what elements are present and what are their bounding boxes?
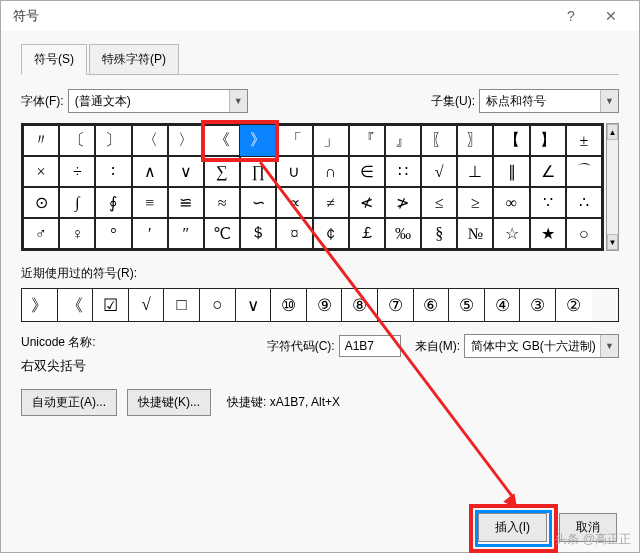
symbol-cell[interactable]: ℃ (204, 218, 240, 249)
insert-button[interactable]: 插入(I) (478, 513, 547, 542)
symbol-cell[interactable]: ∝ (276, 187, 312, 218)
symbol-cell[interactable]: ≈ (204, 187, 240, 218)
symbol-cell[interactable]: 〈 (132, 125, 168, 156)
symbol-cell[interactable]: 】 (530, 125, 566, 156)
symbol-cell[interactable]: ± (566, 125, 602, 156)
symbol-cell[interactable]: ☆ (493, 218, 529, 249)
symbol-cell[interactable]: ○ (566, 218, 602, 249)
symbol-cell[interactable]: ¤ (276, 218, 312, 249)
symbol-cell[interactable]: ♀ (59, 218, 95, 249)
symbol-cell[interactable]: 〃 (23, 125, 59, 156)
symbol-cell[interactable]: 《 (204, 125, 240, 156)
symbol-cell[interactable]: 〔 (59, 125, 95, 156)
symbol-cell[interactable]: ′ (132, 218, 168, 249)
recent-cell[interactable]: ⑨ (307, 289, 343, 321)
recent-cell[interactable]: ⑦ (378, 289, 414, 321)
symbol-cell[interactable]: ＄ (240, 218, 276, 249)
from-combo[interactable]: 简体中文 GB(十六进制) ▼ (464, 334, 619, 358)
symbol-cell[interactable]: ∠ (530, 156, 566, 187)
symbol-cell[interactable]: ∏ (240, 156, 276, 187)
symbol-cell[interactable]: 〉 (168, 125, 204, 156)
symbol-cell[interactable]: ≌ (168, 187, 204, 218)
shortcutkey-button[interactable]: 快捷键(K)... (127, 389, 211, 416)
symbol-cell[interactable]: 』 (385, 125, 421, 156)
tab-symbol[interactable]: 符号(S) (21, 44, 87, 75)
symbol-cell[interactable]: ∶ (95, 156, 131, 187)
tab-special[interactable]: 特殊字符(P) (89, 44, 179, 75)
autocorrect-button[interactable]: 自动更正(A)... (21, 389, 117, 416)
symbol-cell[interactable]: ≤ (421, 187, 457, 218)
recent-cell[interactable]: √ (129, 289, 165, 321)
recent-cell[interactable]: ○ (200, 289, 236, 321)
subset-combo[interactable]: 标点和符号 ▼ (479, 89, 619, 113)
chevron-down-icon[interactable]: ▼ (600, 335, 618, 357)
scroll-down-icon[interactable]: ▼ (607, 234, 618, 250)
recent-cell[interactable]: ⑥ (414, 289, 450, 321)
recent-cell[interactable]: ③ (520, 289, 556, 321)
recent-cell[interactable]: ☑ (93, 289, 129, 321)
symbol-cell[interactable]: ∥ (493, 156, 529, 187)
symbol-cell[interactable]: 「 (276, 125, 312, 156)
symbol-cell[interactable]: ∞ (493, 187, 529, 218)
symbol-cell[interactable]: 〖 (421, 125, 457, 156)
symbol-cell[interactable]: ⊥ (457, 156, 493, 187)
font-combo[interactable]: (普通文本) ▼ (68, 89, 248, 113)
grid-scrollbar[interactable]: ▲ ▼ (606, 123, 619, 251)
recent-cell[interactable]: ⑩ (271, 289, 307, 321)
symbol-cell[interactable]: 〕 (95, 125, 131, 156)
symbol-cell[interactable]: § (421, 218, 457, 249)
scroll-track[interactable] (607, 140, 618, 234)
symbol-cell[interactable]: ∮ (95, 187, 131, 218)
symbol-cell[interactable]: ″ (168, 218, 204, 249)
symbol-cell[interactable]: √ (421, 156, 457, 187)
symbol-cell[interactable]: ∈ (349, 156, 385, 187)
symbol-cell[interactable]: ∪ (276, 156, 312, 187)
symbol-cell[interactable]: ∩ (313, 156, 349, 187)
symbol-cell[interactable]: 『 (349, 125, 385, 156)
from-value: 简体中文 GB(十六进制) (465, 338, 600, 355)
recent-cell[interactable]: 《 (58, 289, 94, 321)
symbol-cell[interactable]: ⊙ (23, 187, 59, 218)
symbol-cell[interactable]: № (457, 218, 493, 249)
recent-cell[interactable]: ∨ (236, 289, 272, 321)
symbol-cell[interactable]: ≯ (385, 187, 421, 218)
symbol-cell[interactable]: ° (95, 218, 131, 249)
recent-cell[interactable]: ⑤ (449, 289, 485, 321)
symbol-cell[interactable]: × (23, 156, 59, 187)
symbol-cell[interactable]: ∴ (566, 187, 602, 218)
symbol-cell[interactable]: ≠ (313, 187, 349, 218)
symbol-cell[interactable]: ∫ (59, 187, 95, 218)
symbol-cell[interactable]: ⌒ (566, 156, 602, 187)
recent-cell[interactable]: ⑧ (342, 289, 378, 321)
symbol-cell[interactable]: ÷ (59, 156, 95, 187)
symbol-grid: 〃〔〕〈〉《》「」『』〖〗【】±×÷∶∧∨∑∏∪∩∈∷√⊥∥∠⌒⊙∫∮≡≌≈∽∝… (21, 123, 604, 251)
symbol-cell[interactable]: ≮ (349, 187, 385, 218)
recent-cell[interactable]: ④ (485, 289, 521, 321)
symbol-cell[interactable]: 」 (313, 125, 349, 156)
symbol-cell[interactable]: ≥ (457, 187, 493, 218)
help-icon[interactable]: ? (551, 2, 591, 30)
chevron-down-icon[interactable]: ▼ (600, 90, 618, 112)
symbol-cell[interactable]: ∧ (132, 156, 168, 187)
recent-cell[interactable]: 》 (22, 289, 58, 321)
symbol-cell[interactable]: ★ (530, 218, 566, 249)
symbol-cell[interactable]: 〗 (457, 125, 493, 156)
symbol-cell[interactable]: ∷ (385, 156, 421, 187)
scroll-up-icon[interactable]: ▲ (607, 124, 618, 140)
symbol-cell[interactable]: 【 (493, 125, 529, 156)
symbol-cell[interactable]: ∵ (530, 187, 566, 218)
symbol-cell[interactable]: ‰ (385, 218, 421, 249)
close-icon[interactable]: ✕ (591, 2, 631, 30)
symbol-cell[interactable]: ￠ (313, 218, 349, 249)
chevron-down-icon[interactable]: ▼ (229, 90, 247, 112)
symbol-cell[interactable]: ≡ (132, 187, 168, 218)
recent-cell[interactable]: ② (556, 289, 592, 321)
symbol-cell[interactable]: 》 (240, 125, 276, 156)
symbol-cell[interactable]: ∽ (240, 187, 276, 218)
symbol-cell[interactable]: ∑ (204, 156, 240, 187)
charcode-input[interactable]: A1B7 (339, 335, 401, 357)
symbol-cell[interactable]: ￡ (349, 218, 385, 249)
recent-cell[interactable]: □ (164, 289, 200, 321)
symbol-cell[interactable]: ♂ (23, 218, 59, 249)
symbol-cell[interactable]: ∨ (168, 156, 204, 187)
